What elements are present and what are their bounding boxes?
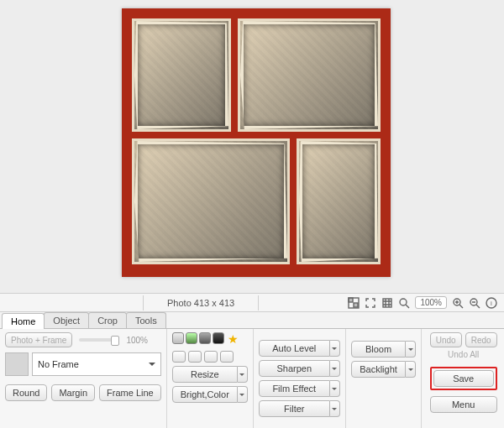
flip-v-icon[interactable] (220, 351, 234, 363)
preset-swatch[interactable] (199, 332, 211, 344)
margin-button[interactable]: Margin (51, 384, 95, 401)
adjust-group-1: Auto Level Sharpen Film Effect Filter (253, 329, 345, 428)
fit-screen-icon[interactable] (365, 297, 376, 309)
status-bar: Photo 413 x 413 100% i (0, 294, 504, 312)
collage-tile[interactable] (132, 138, 290, 264)
zoom-percent[interactable]: 100% (415, 296, 447, 309)
backlight-dropdown[interactable] (406, 361, 415, 378)
photo-size-label: Photo 413 x 413 (143, 295, 259, 311)
frame-opacity-slider[interactable] (79, 338, 119, 342)
frame-select-label: No Frame (38, 359, 79, 369)
tab-bar: Home Object Crop Tools (0, 312, 504, 329)
tab-tools[interactable]: Tools (126, 312, 166, 328)
preset-swatch[interactable] (213, 332, 224, 344)
collage-tile[interactable] (238, 18, 381, 132)
sharpen-dropdown[interactable] (330, 360, 340, 377)
tab-object[interactable]: Object (44, 312, 89, 328)
bright-color-dropdown[interactable] (238, 386, 248, 403)
filter-button[interactable]: Filter (259, 400, 330, 417)
auto-level-button[interactable]: Auto Level (259, 340, 330, 357)
sharpen-button[interactable]: Sharpen (259, 360, 330, 377)
photo-frame-mode-button[interactable]: Photo + Frame (5, 332, 72, 347)
resize-group: ★ Resize Bright,Color (166, 329, 253, 428)
tab-home[interactable]: Home (2, 313, 45, 329)
preset-swatch[interactable] (172, 332, 184, 344)
frame-line-button[interactable]: Frame Line (99, 384, 161, 401)
actual-size-icon[interactable] (381, 297, 393, 309)
home-panel: Photo + Frame 100% No Frame Round Margin… (0, 329, 504, 428)
svg-point-4 (400, 299, 407, 305)
frame-group: Photo + Frame 100% No Frame Round Margin… (0, 329, 166, 428)
svg-text:i: i (491, 300, 492, 307)
zoom-reset-icon[interactable] (398, 297, 410, 309)
favorite-icon[interactable]: ★ (228, 332, 239, 346)
preset-swatch[interactable] (186, 332, 197, 344)
undo-button[interactable]: Undo (430, 332, 462, 347)
action-group: Undo Redo Undo All Save Menu (421, 329, 504, 428)
flip-h-icon[interactable] (204, 351, 218, 363)
backlight-button[interactable]: Backlight (351, 361, 407, 378)
redo-button[interactable]: Redo (465, 332, 497, 347)
menu-button[interactable]: Menu (430, 396, 497, 413)
collage-tile[interactable] (132, 18, 231, 132)
auto-level-dropdown[interactable] (330, 340, 340, 357)
bloom-button[interactable]: Bloom (351, 341, 407, 358)
zoom-in-icon[interactable] (452, 297, 464, 309)
resize-dropdown[interactable] (238, 366, 248, 383)
collage-frame[interactable] (122, 8, 391, 277)
film-effect-dropdown[interactable] (330, 380, 340, 397)
save-button[interactable]: Save (433, 370, 494, 387)
frame-thumbnail[interactable] (5, 352, 29, 376)
rotate-right-icon[interactable] (188, 351, 202, 363)
checker-icon[interactable] (348, 297, 360, 309)
frame-opacity-value: 100% (126, 336, 148, 345)
adjust-group-2: Bloom Backlight (345, 329, 421, 428)
frame-select[interactable]: No Frame (32, 352, 161, 376)
undo-all-button[interactable]: Undo All (448, 350, 479, 359)
bloom-dropdown[interactable] (406, 341, 415, 358)
tab-crop[interactable]: Crop (88, 312, 127, 328)
round-button[interactable]: Round (5, 384, 47, 401)
film-effect-button[interactable]: Film Effect (259, 380, 330, 397)
resize-button[interactable]: Resize (172, 366, 238, 383)
svg-rect-1 (354, 303, 358, 307)
filter-dropdown[interactable] (330, 400, 340, 417)
svg-rect-3 (383, 299, 391, 307)
svg-rect-0 (349, 298, 353, 302)
rotate-left-icon[interactable] (172, 351, 186, 363)
collage-tile[interactable] (297, 138, 381, 264)
bright-color-button[interactable]: Bright,Color (172, 386, 238, 403)
help-icon[interactable]: i (486, 297, 497, 309)
zoom-out-icon[interactable] (469, 297, 480, 309)
canvas-stage[interactable] (0, 0, 504, 294)
